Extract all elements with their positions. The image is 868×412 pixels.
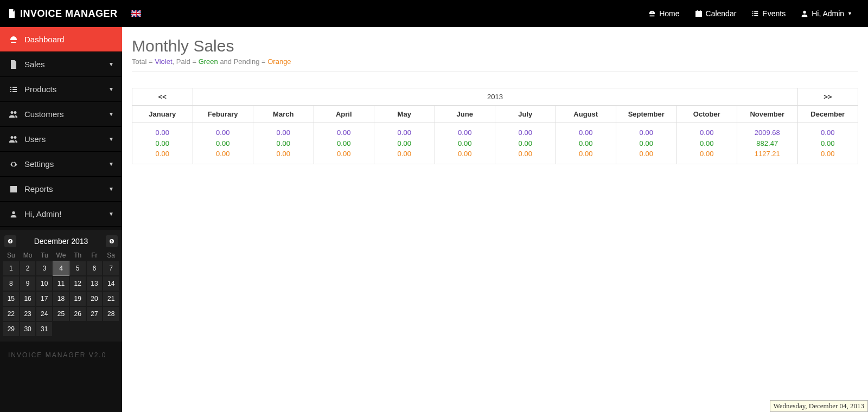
cal-dow: We [53, 252, 69, 259]
month-header: September [616, 106, 677, 123]
cal-dow: Sa [103, 252, 119, 259]
value-paid: 0.00 [199, 138, 248, 149]
brand[interactable]: INVOICE MANAGER [8, 8, 118, 20]
cal-day[interactable]: 29 [3, 322, 19, 336]
cal-day[interactable]: 9 [20, 276, 36, 291]
gear-icon [8, 160, 19, 169]
user-icon [8, 210, 19, 218]
cal-day[interactable]: 2 [20, 261, 36, 275]
cal-dow: Fr [87, 252, 103, 259]
caret-down-icon: ▼ [108, 186, 114, 192]
next-year-button[interactable]: >> [797, 88, 858, 106]
sidebar-item-label: Settings [24, 159, 54, 169]
cal-day[interactable]: 12 [70, 276, 86, 291]
list-icon [751, 10, 759, 17]
cal-day[interactable]: 30 [20, 322, 36, 336]
cal-dow-row: SuMoTuWeThFrSa [3, 252, 119, 261]
nav-calendar-label: Calendar [706, 9, 737, 18]
flag-icon[interactable] [131, 10, 141, 17]
cal-day[interactable]: 31 [36, 322, 52, 336]
sidebar-item-sales[interactable]: Sales ▼ [0, 52, 122, 77]
value-paid: 0.00 [682, 138, 732, 149]
prev-year-button[interactable]: << [132, 88, 193, 106]
cal-day[interactable]: 24 [36, 307, 52, 321]
cal-day[interactable]: 8 [3, 276, 19, 291]
cal-day[interactable]: 11 [53, 276, 69, 291]
month-values: 0.000.000.00 [374, 123, 435, 164]
value-total: 0.00 [199, 127, 248, 138]
month-header: January [132, 106, 193, 123]
value-paid: 0.00 [259, 138, 308, 149]
value-pending: 0.00 [441, 149, 490, 159]
sidebar-item-products[interactable]: Products ▼ [0, 77, 122, 102]
cal-day[interactable]: 19 [70, 292, 86, 306]
users-icon [8, 136, 19, 143]
legend-total: Violet [155, 57, 172, 66]
month-header: December [797, 106, 858, 123]
sidebar-item-reports[interactable]: Reports ▼ [0, 177, 122, 202]
value-paid: 0.00 [501, 138, 550, 149]
cal-day[interactable]: 26 [70, 307, 86, 321]
cal-day[interactable]: 18 [53, 292, 69, 306]
value-total: 0.00 [138, 127, 187, 138]
dashboard-icon [8, 35, 19, 44]
file-icon [8, 60, 19, 69]
main-content: Monthly Sales Total = Violet, Paid = Gre… [122, 27, 868, 412]
legend: Total = Violet, Paid = Green and Pending… [132, 57, 858, 72]
value-pending: 0.00 [380, 149, 429, 159]
month-header: October [676, 106, 737, 123]
value-total: 0.00 [501, 127, 550, 138]
cal-prev-button[interactable] [4, 235, 16, 247]
sidebar-item-dashboard[interactable]: Dashboard [0, 27, 122, 52]
cal-dow: Th [70, 252, 86, 259]
cal-day[interactable]: 25 [53, 307, 69, 321]
nav-events[interactable]: Events [744, 0, 793, 27]
cal-day[interactable]: 6 [87, 261, 103, 275]
value-paid: 0.00 [380, 138, 429, 149]
legend-pending: Orange [267, 57, 291, 66]
legend-text: , Paid = [173, 57, 199, 66]
sidebar-item-user[interactable]: Hi, Admin! ▼ [0, 202, 122, 227]
cal-day[interactable]: 13 [87, 276, 103, 291]
cal-day[interactable]: 5 [70, 261, 86, 275]
value-total: 2009.68 [743, 127, 792, 138]
cal-day[interactable]: 14 [103, 276, 119, 291]
cal-day[interactable]: 15 [3, 292, 19, 306]
cal-day[interactable]: 7 [103, 261, 119, 275]
cal-day[interactable]: 28 [103, 307, 119, 321]
sidebar-item-settings[interactable]: Settings ▼ [0, 152, 122, 177]
sidebar-item-label: Dashboard [24, 35, 64, 44]
user-icon [801, 10, 808, 17]
cal-day[interactable]: 1 [3, 261, 19, 275]
sidebar-item-users[interactable]: Users ▼ [0, 127, 122, 152]
month-values: 0.000.000.00 [314, 123, 374, 164]
cal-day[interactable]: 20 [87, 292, 103, 306]
cal-day[interactable]: 23 [20, 307, 36, 321]
legend-text: Total = [132, 57, 155, 66]
cal-day[interactable]: 3 [36, 261, 52, 275]
cal-day[interactable]: 17 [36, 292, 52, 306]
cal-day[interactable]: 16 [20, 292, 36, 306]
month-header: Feburary [193, 106, 253, 123]
dashboard-icon [648, 10, 656, 17]
nav-user[interactable]: Hi, Admin ▼ [793, 0, 860, 27]
sidebar-item-label: Products [24, 85, 56, 94]
nav-calendar[interactable]: Calendar [687, 0, 744, 27]
cal-day[interactable]: 21 [103, 292, 119, 306]
cal-day[interactable]: 4 [53, 261, 69, 275]
value-paid: 0.00 [803, 138, 853, 149]
cal-day[interactable]: 10 [36, 276, 52, 291]
value-paid: 882.47 [743, 138, 792, 149]
sidebar-item-label: Users [24, 134, 46, 144]
cal-title[interactable]: December 2013 [34, 237, 88, 246]
value-paid: 0.00 [561, 138, 611, 149]
nav-home[interactable]: Home [641, 0, 687, 27]
cal-next-button[interactable] [106, 235, 118, 247]
value-total: 0.00 [803, 127, 853, 138]
cal-day[interactable]: 27 [87, 307, 103, 321]
file-icon [8, 9, 16, 18]
legend-paid: Green [199, 57, 218, 66]
sidebar-item-customers[interactable]: Customers ▼ [0, 102, 122, 127]
cal-day[interactable]: 22 [3, 307, 19, 321]
calendar-icon [695, 10, 703, 17]
